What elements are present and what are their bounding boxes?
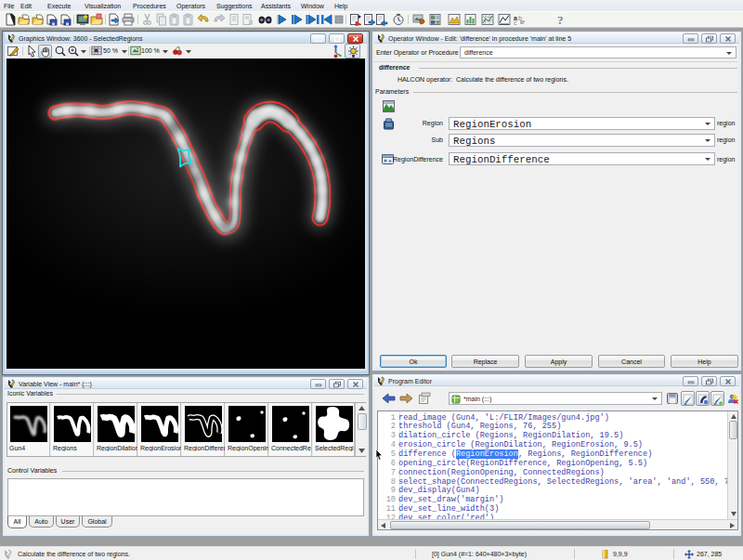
svg-text:c: c — [514, 20, 517, 26]
svg-text:b: b — [518, 15, 522, 21]
svg-text:?: ? — [557, 13, 564, 26]
